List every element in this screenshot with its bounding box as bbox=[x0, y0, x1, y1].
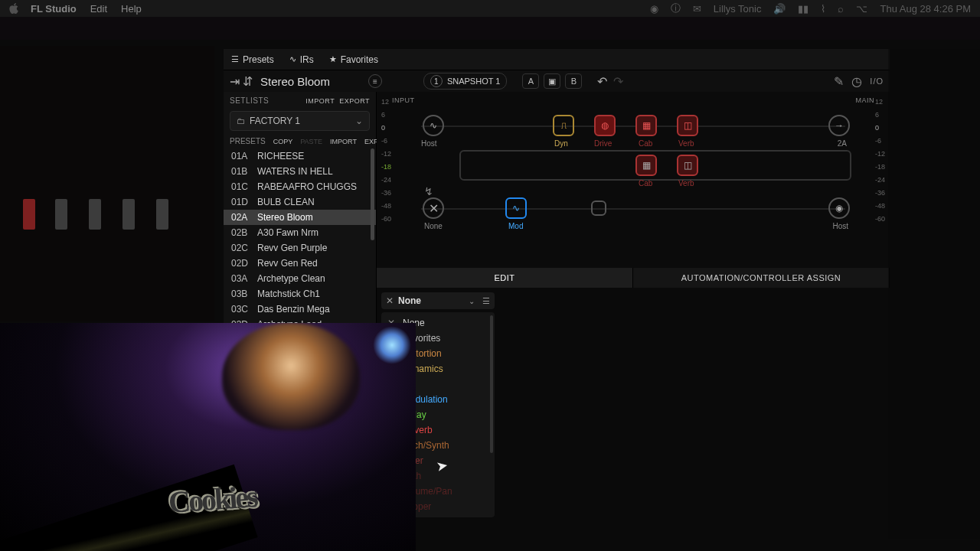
webcam-light bbox=[373, 326, 411, 364]
preset-item[interactable]: 02AStereo Bloom bbox=[224, 210, 376, 225]
preset-item[interactable]: 02DRevv Gen Red bbox=[224, 256, 376, 271]
signal-chain[interactable]: INPUT MAIN 1260-6-12-18-24-36-48-60 1260… bbox=[377, 92, 890, 268]
presets-import[interactable]: IMPORT bbox=[330, 138, 357, 145]
setlist-dropdown[interactable]: 🗀 FACTORY 1 ⌄ bbox=[230, 111, 370, 131]
setlists-export[interactable]: EXPORT bbox=[339, 97, 370, 105]
preset-item[interactable]: 02BA30 Fawn Nrm bbox=[224, 225, 376, 240]
mixer-fader[interactable] bbox=[23, 199, 35, 230]
mixer-fader[interactable] bbox=[89, 199, 101, 230]
tab-edit[interactable]: EDIT bbox=[377, 268, 633, 288]
preset-item[interactable]: 01DBULB CLEAN bbox=[224, 194, 376, 210]
webcam-face bbox=[222, 323, 360, 430]
preset-id: 01C bbox=[231, 181, 251, 192]
preset-id: 02A bbox=[231, 212, 251, 223]
mixer-fader[interactable] bbox=[156, 199, 168, 230]
output-node[interactable]: → bbox=[828, 115, 850, 136]
save-icon-button[interactable]: ▣ bbox=[544, 73, 560, 89]
preset-id: 01D bbox=[231, 197, 251, 207]
tab-favorites[interactable]: ★Favorites bbox=[322, 51, 386, 69]
webcam-logo: Cookies bbox=[168, 478, 258, 520]
apple-logo-icon bbox=[9, 3, 20, 14]
clock-icon[interactable]: ◷ bbox=[851, 74, 862, 89]
preset-item-name: Stereo Bloom bbox=[257, 212, 313, 223]
input-host-node[interactable]: ∿ bbox=[423, 115, 444, 136]
verb-block[interactable]: ◫ bbox=[677, 115, 698, 136]
mixer-fader[interactable] bbox=[122, 199, 135, 230]
verb2-label: Verb bbox=[678, 179, 694, 187]
macos-menubar: FL Studio Edit Help ◉ ⓘ ✉ Lillys Tonic 🔊… bbox=[0, 0, 980, 17]
status-chat-icon[interactable]: ✉ bbox=[693, 3, 701, 15]
none-label: None bbox=[424, 222, 443, 230]
preset-item-name: Revv Gen Red bbox=[257, 258, 318, 269]
status-volume-icon[interactable]: 🔊 bbox=[773, 3, 786, 15]
preset-item[interactable]: 01BWATERS IN HELL bbox=[224, 164, 376, 179]
edit-pencil-icon[interactable]: ✎ bbox=[834, 74, 844, 89]
preset-updown-icon[interactable]: ⇵ bbox=[243, 74, 253, 89]
drive-block[interactable]: ◍ bbox=[594, 115, 616, 136]
menu-help[interactable]: Help bbox=[121, 3, 142, 15]
merge-icon: ↯ bbox=[424, 185, 433, 197]
preset-item-name: Archetype Clean bbox=[257, 273, 325, 284]
compare-a-button[interactable]: A bbox=[522, 73, 539, 89]
setlists-import[interactable]: IMPORT bbox=[305, 97, 335, 105]
snapshot-label: SNAPSHOT 1 bbox=[447, 77, 501, 86]
preset-item[interactable]: 03BMatchstick Ch1 bbox=[224, 286, 376, 302]
status-clock: Thu Aug 28 4:26 PM bbox=[880, 3, 971, 15]
preset-item-name: RICHEESE bbox=[257, 151, 304, 161]
cab-block[interactable]: ▦ bbox=[635, 115, 657, 136]
preset-item[interactable]: 01CRABEAAFRO CHUGGS bbox=[224, 179, 376, 194]
tab-presets-label: Presets bbox=[243, 54, 274, 65]
plugin-titlebar-dim bbox=[0, 17, 980, 40]
preset-id: 02C bbox=[231, 243, 251, 253]
preset-item-name: Das Benzin Mega bbox=[257, 304, 330, 315]
none-node[interactable]: ✕ bbox=[423, 197, 444, 219]
webcam-overlay: Cookies bbox=[0, 323, 416, 551]
scrollbar-thumb[interactable] bbox=[371, 148, 374, 240]
status-search-icon[interactable]: ⌕ bbox=[838, 3, 844, 15]
preset-id: 01B bbox=[231, 166, 251, 177]
tab-irs-label: IRs bbox=[300, 54, 314, 65]
redo-icon[interactable]: ↷ bbox=[613, 74, 623, 89]
mixer-fader[interactable] bbox=[55, 199, 67, 230]
preset-item-name: RABEAAFRO CHUGGS bbox=[257, 181, 357, 192]
presets-paste[interactable]: PASTE bbox=[300, 138, 322, 145]
cab2-label: Cab bbox=[639, 179, 652, 187]
setlists-label: SETLISTS bbox=[230, 96, 269, 105]
mod-block[interactable]: ∿ bbox=[505, 197, 527, 219]
right-dim-panel bbox=[888, 49, 980, 539]
host-out-node[interactable]: ◉ bbox=[828, 197, 850, 219]
status-help-icon[interactable]: ⓘ bbox=[671, 2, 681, 15]
menu-edit[interactable]: Edit bbox=[90, 3, 107, 15]
undo-icon[interactable]: ↶ bbox=[597, 74, 607, 89]
preset-menu-icon[interactable]: ≡ bbox=[368, 74, 382, 88]
compare-b-button[interactable]: B bbox=[565, 73, 582, 89]
chevron-down-icon: ⌄ bbox=[355, 116, 363, 126]
empty-slot[interactable] bbox=[591, 201, 606, 216]
fx-selected-label: None bbox=[398, 295, 421, 306]
preset-item[interactable]: 03CDas Benzin Mega bbox=[224, 302, 376, 317]
verb2-block[interactable]: ◫ bbox=[677, 155, 698, 176]
preset-item[interactable]: 03AArchetype Clean bbox=[224, 271, 376, 286]
preset-name[interactable]: Stereo Bloom bbox=[260, 75, 330, 88]
status-wifi-icon[interactable]: ⌇ bbox=[821, 3, 825, 15]
fx-selector[interactable]: ✕ None ⌄ ☰ bbox=[381, 292, 495, 309]
tab-irs[interactable]: ∿IRs bbox=[282, 51, 322, 69]
list-icon[interactable]: ☰ bbox=[482, 296, 490, 306]
io-label[interactable]: I/O bbox=[870, 77, 884, 86]
cab2-block[interactable]: ▦ bbox=[635, 155, 657, 176]
nav-jump-icon[interactable]: ⇥ bbox=[230, 74, 240, 89]
preset-item[interactable]: 02CRevv Gen Purple bbox=[224, 240, 376, 256]
setlist-name: FACTORY 1 bbox=[250, 116, 300, 126]
input-host-label: Host bbox=[421, 139, 437, 148]
status-globe-icon[interactable]: ◉ bbox=[650, 3, 658, 15]
snapshot-selector[interactable]: 1 SNAPSHOT 1 bbox=[423, 73, 508, 90]
status-battery-icon[interactable]: ▮▮ bbox=[798, 3, 808, 15]
dyn-block[interactable]: ⎍ bbox=[553, 115, 574, 136]
chain-lane-1 bbox=[421, 126, 845, 127]
presets-copy[interactable]: COPY bbox=[273, 138, 293, 145]
tab-presets[interactable]: ☰Presets bbox=[224, 51, 282, 69]
preset-item[interactable]: 01ARICHEESE bbox=[224, 148, 376, 164]
app-name[interactable]: FL Studio bbox=[31, 3, 77, 15]
status-control-icon[interactable]: ⌥ bbox=[856, 3, 867, 15]
tab-automation[interactable]: AUTOMATION/CONTROLLER ASSIGN bbox=[633, 268, 890, 288]
